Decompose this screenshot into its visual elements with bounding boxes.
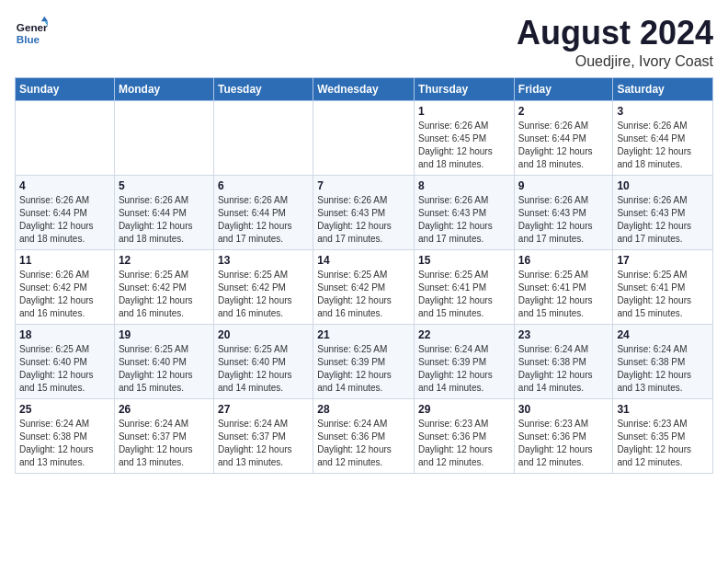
col-saturday: Saturday [613, 77, 713, 100]
col-friday: Friday [514, 77, 613, 100]
day-info: Sunrise: 6:23 AMSunset: 6:36 PMDaylight:… [418, 418, 510, 469]
table-row: 1Sunrise: 6:26 AMSunset: 6:45 PMDaylight… [415, 100, 515, 175]
day-number: 2 [518, 105, 609, 118]
day-info: Sunrise: 6:25 AMSunset: 6:39 PMDaylight:… [317, 343, 410, 395]
table-row [213, 100, 313, 175]
logo: General Blue [15, 15, 48, 48]
table-row: 27Sunrise: 6:24 AMSunset: 6:37 PMDayligh… [213, 398, 313, 473]
day-number: 29 [418, 403, 510, 416]
calendar-week-row: 18Sunrise: 6:25 AMSunset: 6:40 PMDayligh… [16, 324, 713, 398]
day-number: 17 [617, 254, 709, 267]
calendar-week-row: 4Sunrise: 6:26 AMSunset: 6:44 PMDaylight… [16, 175, 713, 249]
day-number: 16 [518, 254, 609, 267]
table-row [16, 100, 115, 175]
day-number: 5 [119, 179, 210, 192]
table-row [313, 100, 415, 175]
table-row: 23Sunrise: 6:24 AMSunset: 6:38 PMDayligh… [514, 324, 613, 398]
month-title: August 2024 [517, 15, 713, 52]
day-number: 8 [418, 179, 510, 192]
table-row [114, 100, 213, 175]
day-info: Sunrise: 6:24 AMSunset: 6:37 PMDaylight:… [119, 418, 210, 469]
col-monday: Monday [114, 77, 213, 100]
table-row: 6Sunrise: 6:26 AMSunset: 6:44 PMDaylight… [213, 175, 313, 249]
page: General Blue August 2024 Ouedjire, Ivory… [0, 0, 728, 563]
day-info: Sunrise: 6:25 AMSunset: 6:41 PMDaylight:… [518, 269, 609, 320]
table-row: 19Sunrise: 6:25 AMSunset: 6:40 PMDayligh… [114, 324, 213, 398]
day-number: 1 [418, 105, 510, 118]
table-row: 9Sunrise: 6:26 AMSunset: 6:43 PMDaylight… [514, 175, 613, 249]
day-info: Sunrise: 6:25 AMSunset: 6:41 PMDaylight:… [418, 269, 510, 320]
day-info: Sunrise: 6:24 AMSunset: 6:39 PMDaylight:… [418, 343, 510, 395]
day-number: 22 [418, 328, 510, 341]
calendar-table: Sunday Monday Tuesday Wednesday Thursday… [15, 77, 713, 474]
table-row: 21Sunrise: 6:25 AMSunset: 6:39 PMDayligh… [313, 324, 415, 398]
day-info: Sunrise: 6:26 AMSunset: 6:44 PMDaylight:… [119, 194, 210, 246]
day-number: 4 [19, 179, 110, 192]
day-info: Sunrise: 6:25 AMSunset: 6:40 PMDaylight:… [19, 343, 110, 395]
table-row: 14Sunrise: 6:25 AMSunset: 6:42 PMDayligh… [313, 249, 415, 324]
table-row: 10Sunrise: 6:26 AMSunset: 6:43 PMDayligh… [613, 175, 713, 249]
table-row: 30Sunrise: 6:23 AMSunset: 6:36 PMDayligh… [514, 398, 613, 473]
day-info: Sunrise: 6:25 AMSunset: 6:42 PMDaylight:… [317, 269, 410, 320]
table-row: 28Sunrise: 6:24 AMSunset: 6:36 PMDayligh… [313, 398, 415, 473]
table-row: 4Sunrise: 6:26 AMSunset: 6:44 PMDaylight… [16, 175, 115, 249]
day-number: 14 [317, 254, 410, 267]
day-number: 12 [119, 254, 210, 267]
table-row: 17Sunrise: 6:25 AMSunset: 6:41 PMDayligh… [613, 249, 713, 324]
day-number: 28 [317, 403, 410, 416]
table-row: 31Sunrise: 6:23 AMSunset: 6:35 PMDayligh… [613, 398, 713, 473]
day-number: 11 [19, 254, 110, 267]
svg-text:General: General [17, 21, 48, 33]
table-row: 13Sunrise: 6:25 AMSunset: 6:42 PMDayligh… [213, 249, 313, 324]
day-info: Sunrise: 6:23 AMSunset: 6:36 PMDaylight:… [518, 418, 609, 469]
table-row: 11Sunrise: 6:26 AMSunset: 6:42 PMDayligh… [16, 249, 115, 324]
table-row: 25Sunrise: 6:24 AMSunset: 6:38 PMDayligh… [16, 398, 115, 473]
day-number: 15 [418, 254, 510, 267]
header: General Blue August 2024 Ouedjire, Ivory… [15, 15, 713, 70]
day-info: Sunrise: 6:26 AMSunset: 6:45 PMDaylight:… [418, 120, 510, 171]
col-thursday: Thursday [415, 77, 515, 100]
table-row: 12Sunrise: 6:25 AMSunset: 6:42 PMDayligh… [114, 249, 213, 324]
table-row: 15Sunrise: 6:25 AMSunset: 6:41 PMDayligh… [415, 249, 515, 324]
day-info: Sunrise: 6:25 AMSunset: 6:40 PMDaylight:… [218, 343, 309, 395]
day-info: Sunrise: 6:25 AMSunset: 6:41 PMDaylight:… [617, 269, 709, 320]
svg-marker-2 [41, 17, 48, 21]
day-number: 26 [119, 403, 210, 416]
day-info: Sunrise: 6:26 AMSunset: 6:44 PMDaylight:… [19, 194, 110, 246]
calendar-header-row: Sunday Monday Tuesday Wednesday Thursday… [16, 77, 713, 100]
day-info: Sunrise: 6:23 AMSunset: 6:35 PMDaylight:… [617, 418, 709, 469]
day-info: Sunrise: 6:26 AMSunset: 6:43 PMDaylight:… [317, 194, 410, 246]
table-row: 18Sunrise: 6:25 AMSunset: 6:40 PMDayligh… [16, 324, 115, 398]
day-info: Sunrise: 6:24 AMSunset: 6:37 PMDaylight:… [218, 418, 309, 469]
calendar-week-row: 25Sunrise: 6:24 AMSunset: 6:38 PMDayligh… [16, 398, 713, 473]
logo-icon: General Blue [15, 15, 48, 48]
table-row: 2Sunrise: 6:26 AMSunset: 6:44 PMDaylight… [514, 100, 613, 175]
day-number: 23 [518, 328, 609, 341]
day-number: 21 [317, 328, 410, 341]
day-number: 6 [218, 179, 309, 192]
day-number: 27 [218, 403, 309, 416]
day-number: 20 [218, 328, 309, 341]
col-wednesday: Wednesday [313, 77, 415, 100]
calendar-week-row: 11Sunrise: 6:26 AMSunset: 6:42 PMDayligh… [16, 249, 713, 324]
day-number: 10 [617, 179, 709, 192]
day-number: 7 [317, 179, 410, 192]
day-number: 19 [119, 328, 210, 341]
svg-text:Blue: Blue [17, 33, 40, 45]
day-info: Sunrise: 6:26 AMSunset: 6:44 PMDaylight:… [617, 120, 709, 171]
col-sunday: Sunday [16, 77, 115, 100]
table-row: 29Sunrise: 6:23 AMSunset: 6:36 PMDayligh… [415, 398, 515, 473]
day-number: 18 [19, 328, 110, 341]
day-info: Sunrise: 6:26 AMSunset: 6:43 PMDaylight:… [418, 194, 510, 246]
table-row: 22Sunrise: 6:24 AMSunset: 6:39 PMDayligh… [415, 324, 515, 398]
day-number: 30 [518, 403, 609, 416]
calendar-week-row: 1Sunrise: 6:26 AMSunset: 6:45 PMDaylight… [16, 100, 713, 175]
day-info: Sunrise: 6:25 AMSunset: 6:42 PMDaylight:… [119, 269, 210, 320]
day-info: Sunrise: 6:25 AMSunset: 6:40 PMDaylight:… [119, 343, 210, 395]
col-tuesday: Tuesday [213, 77, 313, 100]
day-info: Sunrise: 6:25 AMSunset: 6:42 PMDaylight:… [218, 269, 309, 320]
table-row: 3Sunrise: 6:26 AMSunset: 6:44 PMDaylight… [613, 100, 713, 175]
table-row: 7Sunrise: 6:26 AMSunset: 6:43 PMDaylight… [313, 175, 415, 249]
table-row: 8Sunrise: 6:26 AMSunset: 6:43 PMDaylight… [415, 175, 515, 249]
day-number: 25 [19, 403, 110, 416]
